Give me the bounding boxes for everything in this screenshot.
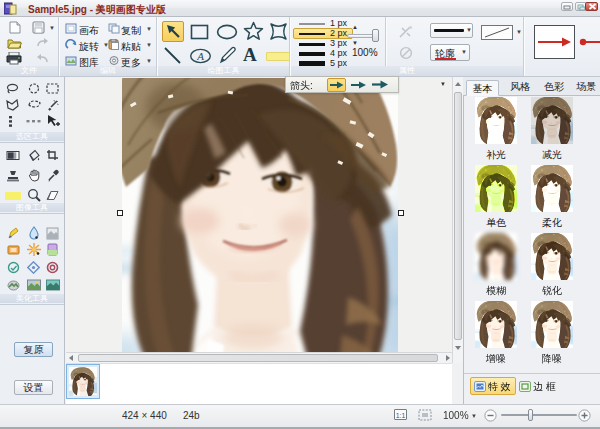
- svg-text:A: A: [196, 50, 204, 62]
